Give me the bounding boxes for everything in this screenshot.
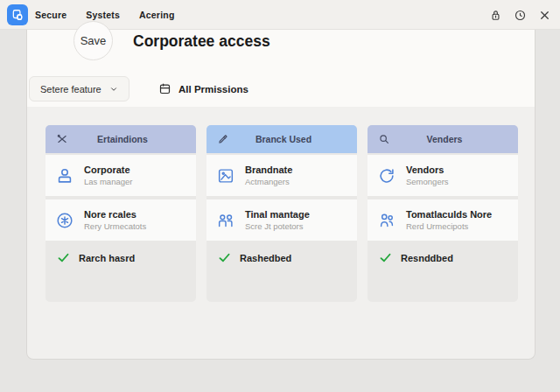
save-button[interactable]: Save (74, 21, 113, 60)
menu-bar: Secure Systets Acering (35, 10, 175, 20)
status-row: Resnddbed (368, 251, 518, 264)
clock-icon[interactable] (514, 9, 527, 22)
list-item-title: Corporate (84, 164, 132, 175)
list-item-subtitle: Las manager (84, 177, 132, 186)
list-item-brandnate[interactable]: Brandnate Actmangers (206, 155, 357, 196)
column-header-venders[interactable]: Venders (368, 125, 518, 153)
team-icon (377, 211, 396, 230)
image-icon (216, 166, 235, 186)
list-item-corporate[interactable]: Corporate Las manager (46, 155, 196, 196)
status-label: Rashedbed (240, 253, 291, 263)
chevron-down-icon (109, 85, 118, 94)
column-header-label: Branck Used (229, 134, 346, 144)
menu-item-systets[interactable]: Systets (86, 10, 120, 20)
feature-filter-dropdown[interactable]: Setere feature (29, 76, 130, 102)
check-icon (379, 251, 392, 264)
check-icon (57, 251, 70, 264)
column-header-label: Ertaindions (68, 134, 186, 144)
badge-icon (55, 211, 74, 230)
status-label: Resnddbed (401, 253, 453, 263)
app-window: Secure Systets Acering (0, 0, 560, 392)
list-item-subtitle: Rery Urmecatots (84, 221, 146, 231)
list-item-title: Brandnate (245, 164, 292, 175)
search-icon (378, 133, 390, 145)
calendar-icon (158, 82, 172, 95)
close-icon[interactable] (538, 9, 551, 22)
users-icon (216, 211, 235, 230)
list-item-subtitle: Rerd Urmecipots (406, 221, 492, 231)
list-item-title: Nore rcales (84, 209, 146, 220)
column-header-branck-used[interactable]: Branck Used (206, 125, 357, 153)
column-branck-used: Branck Used Brandnate Actmangers (206, 125, 357, 302)
status-row: Rashedbed (206, 251, 357, 264)
titlebar-actions (489, 0, 551, 30)
feature-filter-label: Setere feature (40, 84, 102, 94)
status-row: Rarch hasrd (46, 251, 196, 264)
app-logo-icon[interactable] (7, 4, 28, 25)
list-item-subtitle: Scre Jt potetors (245, 221, 310, 231)
status-label: Rarch hasrd (79, 253, 135, 263)
menu-item-secure[interactable]: Secure (35, 10, 66, 20)
list-item-title: Tomatlaculds Nore (406, 209, 492, 220)
list-item-vendors[interactable]: Vendors Semongers (368, 155, 518, 196)
column-venders: Venders Vendors Semongers (368, 125, 518, 302)
column-ertaindions: Ertaindions Corporate Las manager (46, 125, 196, 302)
edit-icon (217, 133, 229, 145)
list-item-subtitle: Semongers (406, 177, 449, 186)
list-item-nore-rcales[interactable]: Nore rcales Rery Urmecatots (46, 200, 196, 241)
all-permissions-label: All Prmissions (178, 84, 248, 94)
list-item-subtitle: Actmangers (245, 177, 292, 186)
check-icon (218, 251, 231, 264)
refresh-icon (377, 166, 396, 186)
menu-item-acering[interactable]: Acering (139, 10, 175, 20)
tools-icon (56, 133, 68, 145)
list-item-title: Vendors (406, 164, 449, 175)
all-permissions-button[interactable]: All Prmissions (158, 76, 248, 102)
list-item-title: Tinal mantage (245, 209, 310, 220)
user-icon (55, 166, 74, 186)
page-title: Corporatee access (133, 32, 270, 51)
column-header-ertaindions[interactable]: Ertaindions (46, 125, 196, 153)
lock-icon[interactable] (489, 9, 502, 22)
column-header-label: Venders (390, 134, 508, 144)
list-item-tinal-mantage[interactable]: Tinal mantage Scre Jt potetors (206, 200, 357, 241)
list-item-tomatlaculds-nore[interactable]: Tomatlaculds Nore Rerd Urmecipots (368, 200, 518, 241)
